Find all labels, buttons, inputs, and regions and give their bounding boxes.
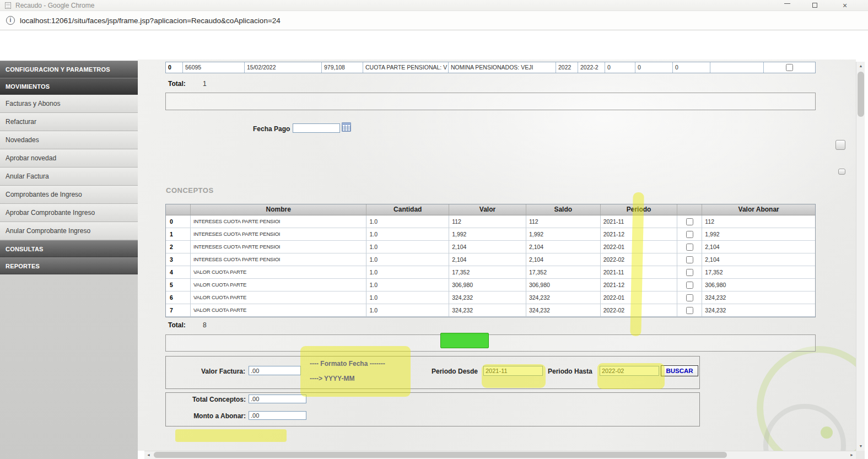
cell-check [677, 253, 702, 266]
horizontal-scroll-thumb[interactable] [154, 452, 727, 458]
cell-valor-abonar: 2,104 [702, 253, 815, 266]
window-title: Recaudo - Google Chrome [15, 0, 94, 11]
scroll-right-arrow[interactable]: ► [848, 451, 856, 459]
row-checkbox[interactable] [686, 218, 693, 225]
col-header-nombre[interactable]: Nombre [191, 204, 366, 215]
cell-nombre: INTERESES CUOTA PARTE PENSIOI [191, 253, 366, 266]
sidebar-item-facturas-abonos[interactable]: Facturas y Abonos [0, 95, 138, 113]
cell-valor-abonar: 1,992 [702, 228, 815, 241]
app-header: ada shared services solutions ? X [0, 30, 868, 60]
cell-valor: 17,352 [449, 266, 526, 279]
total-conceptos-input[interactable] [249, 395, 306, 403]
cell-nombre: VALOR CUOTA PARTE [191, 266, 366, 279]
url-text[interactable]: localhost:12061/situ/faces/jsp/frame.jsp… [20, 11, 281, 30]
cell-saldo: 2,104 [526, 253, 601, 266]
sidebar-item-anular-comprobante[interactable]: Anular Comprobante Ingreso [0, 222, 138, 240]
col-header-valor[interactable]: Valor [449, 204, 526, 215]
factura-checkbox[interactable] [786, 64, 793, 71]
formato-fecha-line2: ----> YYYY-MM [310, 375, 354, 382]
table-row[interactable]: 7 VALOR CUOTA PARTE 1.0 324,232 324,232 … [166, 304, 815, 317]
cell-index: 0 [166, 215, 191, 228]
row-checkbox[interactable] [686, 282, 693, 289]
col-header-check [677, 204, 702, 215]
factura-cell-v1: 0 [605, 62, 635, 73]
factura-total-label: Total: [168, 80, 186, 88]
sidebar-item-consultas[interactable]: CONSULTAS [0, 240, 138, 257]
cell-valor: 2,104 [449, 241, 526, 253]
factura-cell-empty [710, 62, 764, 73]
conceptos-header-row: Nombre Cantidad Valor Saldo Periodo Valo… [166, 204, 815, 215]
sidebar-item-movimientos[interactable]: MOVIMIENTOS [0, 78, 138, 95]
table-row[interactable]: 5 VALOR CUOTA PARTE 1.0 306,980 306,980 … [166, 279, 815, 291]
cell-valor-abonar: 2,104 [702, 241, 815, 253]
cell-valor: 324,232 [449, 291, 526, 304]
cell-valor: 306,980 [449, 279, 526, 291]
fecha-pago-input[interactable] [293, 123, 340, 133]
row-checkbox[interactable] [686, 256, 693, 263]
minimize-button[interactable] [774, 0, 800, 11]
cell-periodo: 2022-01 [601, 291, 678, 304]
table-row[interactable]: 2 INTERESES CUOTA PARTE PENSIOI 1.0 2,10… [166, 241, 815, 253]
sidebar-item-aprobar-novedad[interactable]: Aprobar novedad [0, 149, 138, 168]
row-checkbox[interactable] [686, 244, 693, 251]
col-header-periodo[interactable]: Periodo [601, 204, 678, 215]
table-row[interactable]: 6 VALOR CUOTA PARTE 1.0 324,232 324,232 … [166, 291, 815, 304]
maximize-button[interactable] [802, 0, 827, 11]
col-header-valor-abonar[interactable]: Valor Abonar [702, 204, 815, 215]
url-bar[interactable]: i localhost:12061/situ/faces/jsp/frame.j… [0, 11, 868, 30]
floating-button-bottom[interactable] [838, 169, 845, 175]
sidebar-nav: CONFIGURACION Y PARAMETROS MOVIMIENTOS F… [0, 61, 138, 459]
fecha-pago-label: Fecha Pago [253, 125, 290, 133]
cell-valor: 112 [449, 215, 526, 228]
sidebar-item-refacturar[interactable]: Refacturar [0, 113, 138, 131]
message-box-bottom [165, 334, 816, 352]
table-row[interactable]: 4 VALOR CUOTA PARTE 1.0 17,352 17,352 20… [166, 266, 815, 279]
periodo-hasta-input[interactable] [600, 366, 659, 376]
valor-factura-input[interactable] [249, 366, 301, 375]
cell-saldo: 306,980 [526, 279, 601, 291]
conceptos-table: Nombre Cantidad Valor Saldo Periodo Valo… [165, 204, 816, 317]
calendar-icon[interactable] [342, 122, 351, 132]
row-checkbox[interactable] [686, 269, 693, 276]
floating-button-top[interactable] [835, 140, 845, 150]
row-checkbox[interactable] [686, 231, 693, 238]
row-checkbox[interactable] [686, 294, 693, 301]
scroll-left-arrow[interactable]: ◄ [144, 451, 153, 459]
sidebar-item-novedades[interactable]: Novedades [0, 131, 138, 149]
message-box-top [165, 93, 816, 110]
table-row[interactable]: 1 INTERESES CUOTA PARTE PENSIOI 1.0 1,99… [166, 228, 815, 241]
col-header-saldo[interactable]: Saldo [526, 204, 601, 215]
factura-cell-nomina: NOMINA PENSIONADOS: VEJI [449, 62, 556, 73]
close-window-button[interactable]: × [832, 0, 858, 11]
col-header-cantidad[interactable]: Cantidad [366, 204, 449, 215]
site-info-icon[interactable]: i [6, 16, 15, 25]
periodo-desde-input[interactable] [483, 366, 543, 376]
cell-valor-abonar: 17,352 [702, 266, 815, 279]
buscar-button[interactable]: BUSCAR [661, 365, 698, 376]
table-row[interactable]: 0 INTERESES CUOTA PARTE PENSIOI 1.0 112 … [166, 215, 815, 228]
sidebar-item-reportes[interactable]: REPORTES [0, 257, 138, 274]
sidebar-item-configuracion[interactable]: CONFIGURACION Y PARAMETROS [0, 61, 138, 78]
horizontal-scrollbar[interactable]: ◄ ► [144, 451, 856, 459]
factura-result-row[interactable]: 0 56095 15/02/2022 979,108 CUOTA PARTE P… [165, 62, 816, 73]
col-header-index [166, 204, 191, 215]
sidebar-item-aprobar-comprobante[interactable]: Aprobar Comprobante Ingreso [0, 204, 138, 222]
sidebar-item-comprobantes-ingreso[interactable]: Comprobantes de Ingreso [0, 186, 138, 204]
cell-valor-abonar: 112 [702, 215, 815, 228]
scroll-down-arrow[interactable]: ▼ [856, 442, 865, 451]
table-row[interactable]: 3 INTERESES CUOTA PARTE PENSIOI 1.0 2,10… [166, 253, 815, 266]
vertical-scrollbar[interactable]: ▲ ▼ [856, 62, 865, 451]
factura-total-line: Total: [168, 80, 186, 88]
cell-index: 2 [166, 241, 191, 253]
scroll-up-arrow[interactable]: ▲ [856, 62, 865, 71]
factura-cell-numero: 56095 [183, 62, 245, 73]
cell-periodo: 2021-12 [601, 279, 678, 291]
sidebar-item-anular-factura[interactable]: Anular Factura [0, 168, 138, 186]
row-checkbox[interactable] [686, 307, 693, 314]
cell-valor-abonar: 324,232 [702, 304, 815, 317]
window-titlebar: Recaudo - Google Chrome × [0, 0, 868, 11]
monto-abonar-input[interactable] [249, 411, 306, 420]
vertical-scroll-thumb[interactable] [858, 72, 864, 117]
cell-cantidad: 1.0 [366, 304, 449, 317]
factura-total-value: 1 [203, 80, 207, 88]
